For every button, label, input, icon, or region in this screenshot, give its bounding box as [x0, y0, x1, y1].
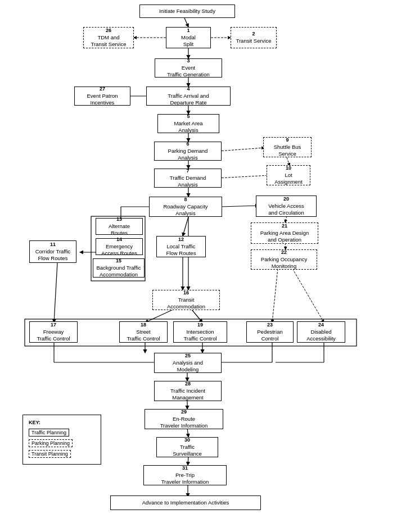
svg-line-22 — [145, 309, 174, 322]
node-initiate: Initiate Feasibility Study — [139, 4, 235, 18]
node-23: 23 PedestrianControl — [246, 321, 294, 343]
node-10: 10 LotAssignment — [267, 165, 310, 185]
svg-line-26 — [292, 269, 324, 322]
node-9: 9 Shuttle BusService — [263, 137, 312, 157]
node-advance: Advance to Implementation Activities — [110, 495, 261, 510]
node-25: 25 Analysis andModeling — [154, 353, 222, 373]
node-28: 28 Traffic IncidentManagement — [154, 381, 222, 401]
node-1: 1 ModalSplit — [166, 27, 211, 48]
svg-line-16 — [183, 217, 188, 236]
node-24: 24 DisabledAccessibility — [297, 321, 345, 343]
node-12: 12 Local TrafficFlow Routes — [156, 236, 206, 257]
node-5: 5 Market AreaAnalysis — [157, 114, 219, 133]
key-box: KEY: Traffic Planning Parking Planning T… — [22, 415, 101, 465]
svg-line-24 — [54, 263, 57, 322]
node-17: 17 FreewayTraffic Control — [29, 321, 78, 343]
svg-line-25 — [272, 269, 278, 322]
node-15: 15 Background TrafficAccommodation — [93, 258, 145, 278]
node-11: 11 Corridor TrafficFlow Routes — [29, 240, 76, 263]
node-29: 29 En-RouteTraveler Information — [145, 409, 223, 429]
svg-line-38 — [188, 456, 188, 465]
svg-line-0 — [184, 18, 188, 27]
node-4: 4 Traffic Arrival andDeparture Rate — [146, 87, 231, 106]
node-18: 18 StreetTraffic Control — [119, 321, 168, 343]
node-26: 26 TDM andTransit Service — [83, 27, 134, 48]
svg-line-10 — [287, 157, 290, 166]
node-21: 21 Parking Area Designand Operation — [251, 222, 318, 244]
node-19: 19 IntersectionTraffic Control — [173, 321, 227, 343]
node-2: 2 Transit Service — [231, 27, 277, 48]
svg-line-13 — [220, 206, 259, 207]
node-31: 31 Pre-TripTraveler Information — [143, 465, 227, 485]
node-6: 6 Parking DemandAnalysis — [154, 142, 222, 161]
svg-line-11 — [218, 175, 270, 178]
svg-line-23 — [191, 309, 202, 322]
svg-line-8 — [218, 148, 264, 151]
node-14: 14 EmergencyAccess Routes — [96, 238, 143, 255]
node-22: 22 Parking OccupancyMonitoring — [251, 249, 317, 270]
node-16: 16 TransitAccommodation — [152, 290, 220, 310]
svg-line-37 — [187, 428, 188, 437]
node-3: 3 EventTraffic Generation — [155, 58, 222, 78]
node-20: 20 Vehicle Accessand Circulation — [256, 195, 317, 217]
node-8: 8 Roadway CapacityAnalysis — [149, 197, 222, 217]
node-27: 27 Event PatronIncentives — [74, 87, 130, 106]
node-7: 7 Traffic DemandAnalysis — [154, 169, 222, 188]
node-30: 30 TrafficSurveillance — [156, 437, 218, 457]
node-13: 13 AlternateRoutes — [96, 218, 143, 235]
diagram-container: Initiate Feasibility Study 1 ModalSplit … — [0, 0, 397, 532]
